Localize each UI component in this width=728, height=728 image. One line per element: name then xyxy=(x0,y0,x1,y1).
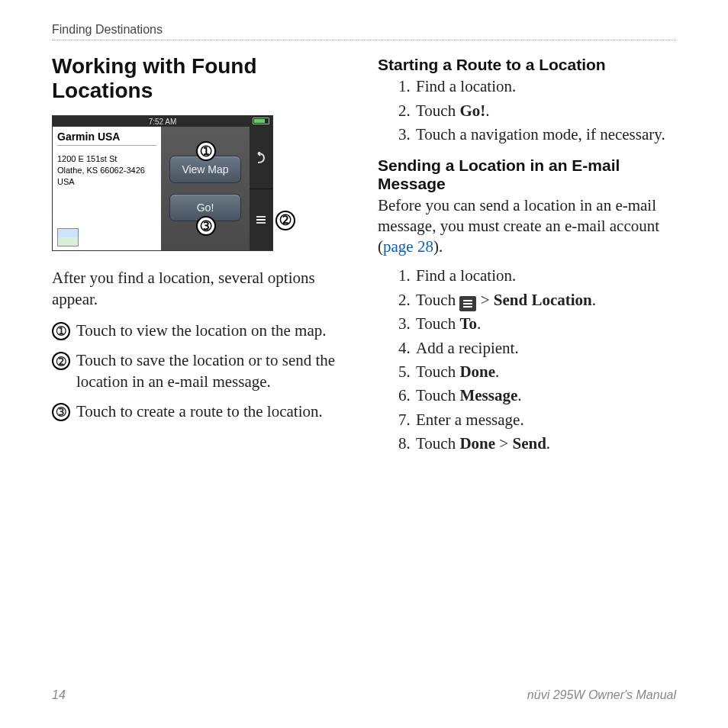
right-column: Starting a Route to a Location Find a lo… xyxy=(378,54,676,466)
t: Touch xyxy=(416,314,459,333)
step: Touch To. xyxy=(414,313,676,335)
view-map-button[interactable]: View Map ➀ xyxy=(169,156,241,183)
t: Send xyxy=(512,434,546,453)
t: . xyxy=(546,434,550,453)
t: Touch xyxy=(416,101,459,120)
section-header: Finding Destinations xyxy=(52,23,676,37)
t: > xyxy=(476,291,493,309)
t: Send Location xyxy=(494,291,592,309)
menu-button[interactable]: ➁ xyxy=(250,189,272,251)
footer: 14 nüvi 295W Owner's Manual xyxy=(52,688,676,702)
email-steps: Find a location. Touch > Send Location. … xyxy=(378,265,676,455)
callout-text: Touch to save the location or to send th… xyxy=(76,350,350,392)
addr-line: 1200 E 151st St xyxy=(57,153,156,165)
t: To xyxy=(459,314,477,333)
menu-icon xyxy=(253,212,269,227)
t: Touch xyxy=(416,362,459,381)
callout-num-3: ➂ xyxy=(52,403,70,421)
callout-item-1: ➀ Touch to view the location on the map. xyxy=(52,321,350,341)
heading-start-route: Starting a Route to a Location xyxy=(378,56,676,74)
divider xyxy=(52,40,676,40)
t: > xyxy=(495,434,512,453)
step: Touch > Send Location. xyxy=(414,289,676,311)
step: Add a recipient. xyxy=(414,337,676,359)
callout-num-1: ➀ xyxy=(52,322,70,340)
page-number: 14 xyxy=(52,688,66,702)
t: . xyxy=(477,314,481,333)
go-label: Go! xyxy=(197,201,214,214)
email-before-text: Before you can send a location in an e-m… xyxy=(378,195,676,258)
t: . xyxy=(495,362,499,381)
page-link[interactable]: page 28 xyxy=(383,237,433,256)
callout-2: ➁ xyxy=(275,211,295,230)
step: Touch Done. xyxy=(414,361,676,383)
device-info-panel: Garmin USA 1200 E 151st St Olathe, KS 66… xyxy=(53,127,161,250)
t: Done xyxy=(459,362,495,381)
content-columns: Working with Found Locations 7:52 AM Gar… xyxy=(52,54,676,466)
left-column: Working with Found Locations 7:52 AM Gar… xyxy=(52,54,350,466)
device-body: Garmin USA 1200 E 151st St Olathe, KS 66… xyxy=(53,127,272,250)
location-thumbnail xyxy=(57,228,79,246)
t: . xyxy=(485,101,489,120)
device-sidebar: ➁ xyxy=(250,127,272,250)
device-buttons: View Map ➀ Go! ➂ xyxy=(161,127,250,250)
callout-text: Touch to view the location on the map. xyxy=(76,321,326,341)
intro-text: After you find a location, several optio… xyxy=(52,268,350,310)
menu-icon xyxy=(459,296,476,311)
t: Touch xyxy=(416,434,459,453)
device-screenshot: 7:52 AM Garmin USA 1200 E 151st St Olath… xyxy=(52,115,273,251)
step: Find a location. xyxy=(414,76,676,98)
callout-item-3: ➂ Touch to create a route to the locatio… xyxy=(52,401,350,422)
addr-line: Olathe, KS 66062-3426 xyxy=(57,165,156,176)
t: ). xyxy=(433,237,443,256)
callout-list: ➀ Touch to view the location on the map.… xyxy=(52,321,350,422)
callout-3: ➂ xyxy=(196,216,216,236)
page-title: Working with Found Locations xyxy=(52,54,350,103)
step: Touch Message. xyxy=(414,385,676,407)
t: Touch xyxy=(416,291,459,309)
view-map-label: View Map xyxy=(182,163,228,176)
addr-line: USA xyxy=(57,176,156,188)
step: Find a location. xyxy=(414,265,676,287)
step: Touch Done > Send. xyxy=(414,433,676,455)
start-route-steps: Find a location. Touch Go!. Touch a navi… xyxy=(378,76,676,146)
location-address: 1200 E 151st St Olathe, KS 66062-3426 US… xyxy=(57,153,156,188)
device-statusbar: 7:52 AM xyxy=(53,116,272,127)
t: Touch xyxy=(416,386,459,404)
t: . xyxy=(592,291,596,309)
go-button[interactable]: Go! ➂ xyxy=(169,194,241,221)
step: Touch a navigation mode, if necessary. xyxy=(414,124,676,146)
t: Done xyxy=(459,434,495,453)
callout-item-2: ➁ Touch to save the location or to send … xyxy=(52,350,350,392)
t: Message xyxy=(459,386,517,404)
t: Go! xyxy=(459,101,485,120)
manual-title: nüvi 295W Owner's Manual xyxy=(527,688,676,702)
callout-num-2: ➁ xyxy=(52,352,70,370)
back-button[interactable] xyxy=(250,127,272,189)
step: Enter a message. xyxy=(414,409,676,431)
battery-icon xyxy=(253,118,269,124)
callout-text: Touch to create a route to the location. xyxy=(76,401,323,422)
back-arrow-icon xyxy=(255,152,267,164)
t: . xyxy=(517,386,521,404)
heading-email: Sending a Location in an E-mail Message xyxy=(378,156,676,193)
callout-1: ➀ xyxy=(196,141,216,161)
location-title: Garmin USA xyxy=(57,130,156,146)
step: Touch Go!. xyxy=(414,100,676,122)
device-time: 7:52 AM xyxy=(149,118,177,126)
